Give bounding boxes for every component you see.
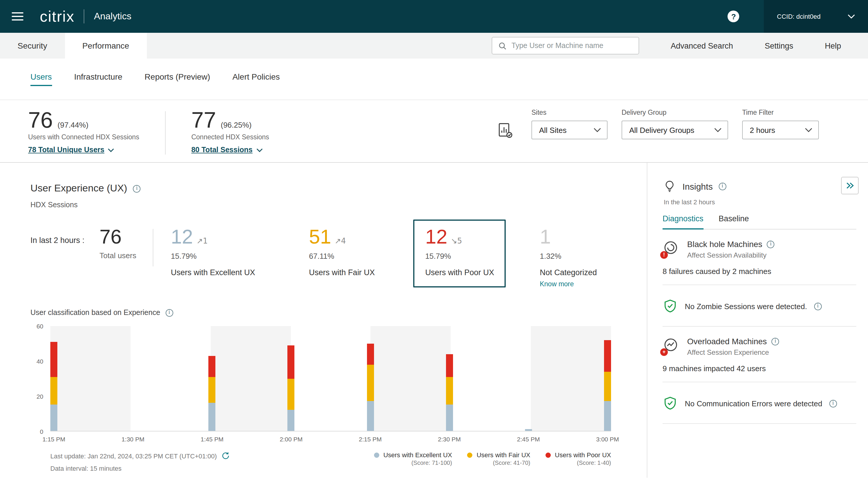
insight-text: No Communication Errors were detected (685, 399, 823, 408)
bar-segment (209, 377, 216, 403)
search-input[interactable] (512, 41, 633, 50)
bar-segment (50, 342, 57, 377)
legend-item: Users with Fair UX(Score: 41-70) (467, 451, 530, 466)
chart-bar-1-45-pm[interactable] (209, 326, 216, 431)
legend-score-range: (Score: 41-70) (477, 459, 530, 466)
legend-dot (374, 452, 379, 458)
advanced-search-link[interactable]: Advanced Search (671, 41, 733, 50)
chart-bar-2-30-pm[interactable] (446, 326, 453, 431)
tab-baseline[interactable]: Baseline (719, 214, 749, 230)
info-icon[interactable] (771, 337, 779, 345)
black-hole-machine-icon (662, 239, 680, 257)
filters: Sites All Sites Delivery Group All Deliv… (496, 109, 868, 141)
bar-segment (367, 364, 374, 401)
bar-segment (209, 356, 216, 377)
x-axis-tick: 1:45 PM (200, 436, 223, 443)
insight-detail: 9 machines impacted 42 users (662, 364, 856, 373)
nav-tab-security[interactable]: Security (0, 33, 65, 59)
chart-bar-1-15-pm[interactable] (50, 326, 57, 431)
legend-label: Users with Fair UX (477, 451, 530, 458)
bar-segment (288, 410, 295, 431)
insights-panel: Insights In the last 2 hours Diagnostics… (647, 163, 868, 478)
trend-value: 4 (341, 237, 346, 245)
ux-subtitle: HDX Sessions (30, 201, 647, 209)
info-icon[interactable] (829, 399, 837, 407)
secondary-nav: Users Infrastructure Reports (Preview) A… (0, 59, 868, 100)
connected-users-stat: 76 (97.44%) Users with Connected HDX Ses… (28, 109, 139, 154)
bar-segment (288, 346, 295, 379)
chart-bar-1-30-pm[interactable] (129, 326, 136, 431)
trend-value: 5 (457, 237, 462, 245)
fair-value: 51 (309, 227, 331, 246)
chart-band (130, 326, 211, 431)
chart-bar-2-15-pm[interactable] (367, 326, 374, 431)
legend-item: Users with Poor UX(Score: 1-40) (546, 451, 611, 466)
trend-down-icon: ↘ (451, 237, 457, 245)
settings-link[interactable]: Settings (765, 41, 794, 50)
info-icon[interactable] (133, 185, 141, 192)
chart-bar-2-00-pm[interactable] (288, 326, 295, 431)
refresh-icon[interactable] (221, 451, 230, 460)
chart-bar-3-00-pm[interactable] (604, 326, 611, 431)
export-report-icon[interactable] (496, 122, 514, 141)
chart-band (451, 326, 531, 431)
x-axis-tick: 2:30 PM (438, 436, 461, 443)
legend-dot (546, 452, 551, 458)
info-icon[interactable] (718, 182, 726, 190)
sites-select[interactable]: All Sites (531, 121, 608, 139)
help-link[interactable]: Help (825, 41, 841, 50)
y-axis-tick: 40 (37, 358, 43, 365)
total-users-value: 76 (99, 227, 122, 246)
insight-zombie-sessions: No Zombie Sessions were detected. (662, 285, 856, 327)
insights-period: In the last 2 hours (664, 199, 856, 206)
excellent-ux-kpi[interactable]: 12 ↗1 15.79% Users with Excellent UX (171, 222, 255, 277)
insight-subtitle: Affect Session Availability (687, 251, 775, 259)
ccid-menu[interactable]: CCID: dcint0ed (764, 0, 868, 33)
tab-infrastructure[interactable]: Infrastructure (74, 72, 122, 86)
tab-alert-policies[interactable]: Alert Policies (232, 72, 280, 86)
insight-overloaded-machines[interactable]: Overloaded Machines Affect Session Exper… (662, 327, 856, 382)
delivery-group-filter: Delivery Group All Delivery Groups (622, 109, 728, 139)
poor-ux-kpi-selected[interactable]: 12 ↘5 15.79% Users with Poor UX (413, 219, 506, 288)
tab-users[interactable]: Users (30, 72, 52, 86)
y-axis-tick: 60 (37, 323, 43, 330)
chart-legend: Users with Excellent UX(Score: 71-100)Us… (374, 451, 611, 466)
insight-communication-errors: No Communication Errors were detected (662, 382, 856, 424)
fair-ux-kpi[interactable]: 51 ↗4 67.11% Users with Fair UX (309, 222, 375, 277)
last-update-label: Last update: Jan 22nd, 2024, 03:25 PM CE… (50, 452, 217, 459)
time-filter-select[interactable]: 2 hours (742, 121, 819, 139)
x-axis-tick: 1:15 PM (42, 436, 65, 443)
overloaded-machine-icon (662, 337, 680, 354)
know-more-link[interactable]: Know more (540, 280, 574, 288)
menu-icon[interactable] (0, 0, 35, 33)
delivery-group-filter-label: Delivery Group (622, 109, 728, 116)
legend-score-range: (Score: 71-100) (383, 459, 452, 466)
ccid-label: CCID: dcint0ed (777, 13, 820, 20)
insight-black-hole-machines[interactable]: Black hole Machines Affect Session Avail… (662, 230, 856, 285)
not-categorized-value: 1 (540, 227, 551, 246)
collapse-panel-button[interactable] (841, 177, 859, 195)
total-unique-users-link[interactable]: 78 Total Unique Users (28, 146, 139, 154)
help-icon[interactable]: ? (728, 10, 740, 22)
total-sessions-link[interactable]: 80 Total Sessions (191, 146, 269, 154)
chevron-down-icon (256, 148, 262, 152)
bar-segment (446, 377, 453, 405)
chevron-down-icon (593, 128, 601, 132)
y-axis-tick: 0 (40, 428, 43, 435)
nav-tab-performance[interactable]: Performance (65, 33, 147, 59)
sessions-pct: (96.25%) (221, 121, 252, 129)
info-icon[interactable] (767, 240, 775, 248)
chart-bar-2-45-pm[interactable] (525, 326, 532, 431)
period-label: In last 2 hours : (30, 222, 99, 245)
info-icon[interactable] (814, 302, 822, 310)
legend-item: Users with Excellent UX(Score: 71-100) (374, 451, 452, 466)
info-icon[interactable] (165, 309, 173, 317)
delivery-group-select[interactable]: All Delivery Groups (622, 121, 728, 139)
tab-reports-preview[interactable]: Reports (Preview) (145, 72, 210, 86)
bar-segment (604, 340, 611, 371)
chart-band (290, 326, 371, 431)
search-box[interactable] (492, 37, 639, 55)
x-axis-tick: 2:00 PM (280, 436, 303, 443)
tab-diagnostics[interactable]: Diagnostics (662, 214, 704, 230)
shield-check-icon (662, 299, 678, 314)
